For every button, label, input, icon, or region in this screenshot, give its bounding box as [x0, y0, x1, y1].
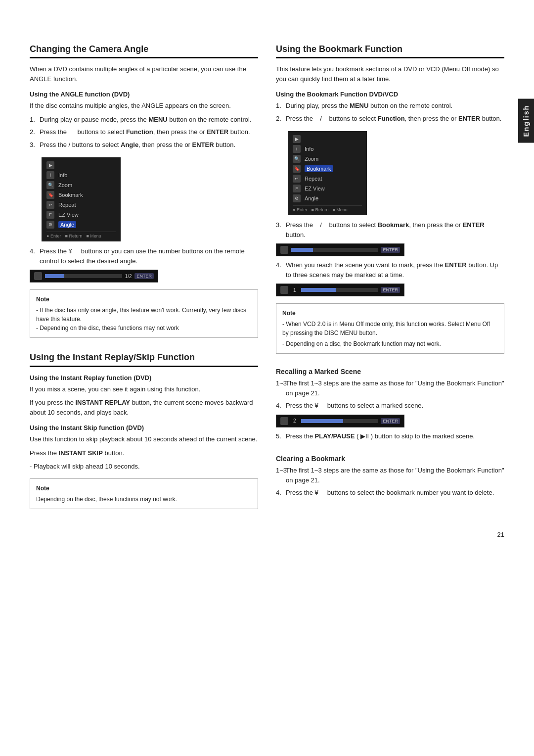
recall-step-4: 4. Press the ¥ buttons to select a marke… — [276, 401, 504, 411]
left-column: Changing the Camera Angle When a DVD con… — [30, 30, 258, 516]
pi-text: 1/2 — [125, 274, 132, 279]
angle-note-box: Note - If the disc has only one angle, t… — [30, 289, 258, 338]
menu-item-repeat: ↩ Repeat — [46, 200, 116, 210]
section-recall-bookmark: Recalling a Marked Scene 1~3. The first … — [276, 368, 504, 441]
menu-item-info: i Info — [46, 170, 116, 180]
angle-note-title: Note — [36, 295, 252, 304]
angle-steps-continued: 4. Press the ¥ buttons or you can use th… — [30, 246, 258, 266]
menu-icon-repeat: ↩ — [46, 201, 54, 209]
recall-step5-list: 5. Press the PLAY/PAUSE ( ▶II ) button t… — [276, 431, 504, 441]
clear-steps: 1~3. The first 1~3 steps are the same as… — [276, 466, 504, 498]
section-camera-angle: Changing the Camera Angle When a DVD con… — [30, 44, 258, 338]
section-title-bookmark: Using the Bookmark Function — [276, 44, 504, 58]
bm-menu-item-repeat: ↩ Repeat — [293, 174, 362, 184]
bookmark-step4-list: 4. When you reach the scene you want to … — [276, 260, 504, 280]
section-instant-replay: Using the Instant Replay/Skip Function U… — [30, 352, 258, 509]
recall-pi-fill — [301, 419, 344, 423]
instant-skip-body: Press the INSTANT SKIP button. — [30, 448, 258, 458]
section-title-text: Changing the Camera Angle — [30, 44, 148, 54]
camera-angle-intro: When a DVD contains multiple angles of a… — [30, 64, 258, 84]
bookmark-step-3: 3. Press the / buttons to select Bookmar… — [276, 220, 504, 239]
angle-progress-image: 1/2 ENTER — [30, 270, 158, 283]
sub-title-angle-function: Using the ANGLE function (DVD) — [30, 91, 258, 98]
bookmark-note-box: Note - When VCD 2.0 is in Menu Off mode … — [276, 303, 504, 354]
angle-menu-image: ▶ i Info 🔍 Zoom 🔖 Bookmark — [42, 157, 121, 241]
menu-icon-disc: ▶ — [46, 161, 54, 169]
bookmark-progress-img-1: ENTER — [276, 243, 404, 256]
menu-item-zoom: 🔍 Zoom — [46, 180, 116, 190]
angle-step-3: 3. Press the / buttons to select Angle, … — [30, 140, 258, 150]
bookmark-step-1: 1. During play, press the MENU button on… — [276, 101, 504, 111]
bm-menu-icon-repeat: ↩ — [293, 175, 301, 183]
page-number: 21 — [30, 531, 504, 538]
bookmark-steps: 1. During play, press the MENU button on… — [276, 101, 504, 123]
bm-menu-icon-bookmark: 🔖 — [293, 165, 301, 173]
angle-steps: 1. During play or pause mode, press the … — [30, 115, 258, 150]
bm-menu-footer: ● Enter ■ Return ■ Menu — [293, 205, 362, 212]
bookmark-steps-continued: 3. Press the / buttons to select Bookmar… — [276, 220, 504, 239]
angle-step-2: 2. Press the buttons to select Function,… — [30, 127, 258, 137]
bm-menu-icon-info: i — [293, 145, 301, 153]
bm-pi-fill-1 — [291, 248, 313, 252]
menu-icon-zoom: 🔍 — [46, 181, 54, 189]
menu-function-row: F EZ View — [46, 210, 116, 220]
bookmark-intro: This feature lets you bookmark sections … — [276, 64, 504, 84]
recall-pi-icon — [280, 417, 288, 425]
bookmark-menu-image: ▶ i Info 🔍 Zoom 🔖 Bookmark — [288, 131, 367, 215]
pi-bar — [45, 274, 122, 278]
bm-menu-function-row: F EZ View — [293, 184, 362, 193]
recall-progress-img: 2 ENTER — [276, 415, 404, 427]
bookmark-note-item-2: - Depending on a disc, the Bookmark func… — [282, 339, 498, 348]
instant-skip-note2: - Playback will skip ahead 10 seconds. — [30, 462, 258, 472]
bm-menu-item-zoom: 🔍 Zoom — [293, 154, 362, 164]
instant-skip-note-body: Depending on the disc, these functions m… — [36, 495, 252, 504]
bm-pi-disc-icon-2 — [280, 286, 288, 294]
bm-scene-num: 1 — [291, 287, 298, 293]
bm-menu-item-angle: ⚙ Angle — [293, 193, 362, 203]
angle-note-item-2: - Depending on the disc, these functions… — [36, 324, 252, 332]
bm-menu-icon-function: F — [293, 185, 301, 192]
instant-skip-note-title: Note — [36, 484, 252, 493]
bookmark-note-title: Note — [282, 309, 498, 318]
menu-footer: ● Enter ■ Return ■ Menu — [46, 232, 116, 238]
bm-menu-item-bookmark: 🔖 Bookmark — [293, 164, 362, 174]
sub-title-bookmark-dvd-vcd: Using the Bookmark Function DVD/VCD — [276, 91, 504, 98]
angle-function-body: If the disc contains multiple angles, th… — [30, 101, 258, 111]
instant-skip-note-box: Note Depending on the disc, these functi… — [30, 478, 258, 509]
recall-step-1-3: 1~3. The first 1~3 steps are the same as… — [276, 378, 504, 398]
bm-pi-enter-btn-1: ENTER — [381, 247, 400, 253]
section-bookmark: Using the Bookmark Function This feature… — [276, 44, 504, 354]
menu-icon-function: F — [46, 211, 54, 219]
instant-replay-intro: If you miss a scene, you can see it agai… — [30, 384, 258, 394]
clear-step-4: 4. Press the ¥ buttons to select the boo… — [276, 488, 504, 498]
recall-pi-btn: ENTER — [381, 418, 400, 424]
instant-replay-title-text: Using the Instant Replay/Skip Function — [30, 352, 195, 362]
bm-pi-fill-2 — [301, 288, 336, 292]
bookmark-step-2: 2. Press the / buttons to select Functio… — [276, 114, 504, 124]
bm-menu-icon-disc: ▶ — [293, 135, 301, 143]
sub-title-recall: Recalling a Marked Scene — [276, 368, 504, 376]
recall-steps: 1~3. The first 1~3 steps are the same as… — [276, 378, 504, 411]
pi-disc-icon — [34, 272, 42, 280]
recall-step-5: 5. Press the PLAY/PAUSE ( ▶II ) button t… — [276, 431, 504, 441]
bm-pi-bar-2 — [301, 288, 378, 292]
right-column: Using the Bookmark Function This feature… — [276, 30, 504, 516]
angle-note-item-1: - If the disc has only one angle, this f… — [36, 306, 252, 324]
bm-pi-bar-1 — [291, 248, 378, 252]
bm-menu-item-info: i Info — [293, 144, 362, 154]
bm-menu-row-header: ▶ — [293, 134, 362, 144]
menu-item-angle: ⚙ Angle — [46, 220, 116, 230]
bm-menu-icon-zoom: 🔍 — [293, 155, 301, 163]
instant-skip-intro: Use this function to skip playback about… — [30, 434, 258, 444]
sub-title-instant-replay-function: Using the Instant Replay function (DVD) — [30, 374, 258, 381]
menu-icon-info: i — [46, 171, 54, 179]
pi-fill — [45, 274, 64, 278]
recall-pi-bar — [301, 419, 378, 423]
bm-pi-enter-btn-2: ENTER — [381, 287, 400, 293]
clear-step-1-3: 1~3. The first 1~3 steps are the same as… — [276, 466, 504, 485]
section-title-instant-replay: Using the Instant Replay/Skip Function — [30, 352, 258, 367]
menu-row-header: ▶ — [46, 160, 116, 170]
angle-step-4: 4. Press the ¥ buttons or you can use th… — [30, 246, 258, 266]
menu-icon-bookmark: 🔖 — [46, 191, 54, 199]
bookmark-progress-img-2: 1 ENTER — [276, 284, 404, 296]
